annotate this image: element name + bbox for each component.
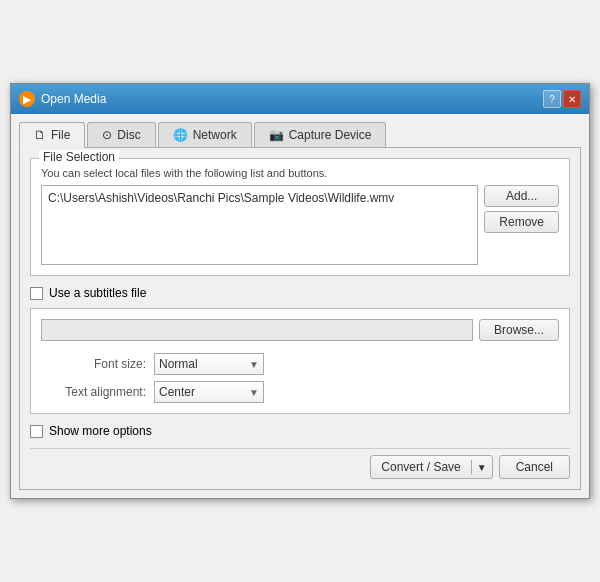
file-selection-group: File Selection You can select local file… [30,158,570,276]
network-tab-icon: 🌐 [173,128,188,142]
browse-button[interactable]: Browse... [479,319,559,341]
font-size-arrow-icon: ▼ [249,359,259,370]
tab-file[interactable]: 🗋 File [19,122,85,148]
font-size-value: Normal [159,357,198,371]
tab-capture-label: Capture Device [289,128,372,142]
open-media-window: ▶ Open Media ? ✕ 🗋 File ⊙ Disc 🌐 Network [10,83,590,499]
convert-save-label: Convert / Save [371,460,470,474]
text-align-row: Text alignment: Center ▼ [61,381,559,403]
subtitle-checkbox[interactable] [30,287,43,300]
cancel-button[interactable]: Cancel [499,455,570,479]
subtitle-file-input[interactable] [41,319,473,341]
remove-button[interactable]: Remove [484,211,559,233]
font-options: Font size: Normal ▼ Text alignment: Cent… [41,353,559,403]
tab-bar: 🗋 File ⊙ Disc 🌐 Network 📷 Capture Device [19,122,581,148]
tab-disc-label: Disc [117,128,140,142]
bottom-buttons: Convert / Save ▼ Cancel [30,448,570,479]
subtitle-checkbox-row: Use a subtitles file [30,286,570,300]
text-align-label: Text alignment: [61,385,146,399]
tab-network-label: Network [193,128,237,142]
tab-capture[interactable]: 📷 Capture Device [254,122,387,147]
subtitle-checkbox-label: Use a subtitles file [49,286,146,300]
show-more-label: Show more options [49,424,152,438]
show-more-row: Show more options [30,424,570,438]
list-item: C:\Users\Ashish\Videos\Ranchi Pics\Sampl… [46,190,473,206]
file-selection-description: You can select local files with the foll… [41,167,559,179]
close-button[interactable]: ✕ [563,90,581,108]
title-buttons: ? ✕ [543,90,581,108]
convert-save-button[interactable]: Convert / Save ▼ [370,455,492,479]
file-tab-icon: 🗋 [34,128,46,142]
file-list[interactable]: C:\Users\Ashish\Videos\Ranchi Pics\Sampl… [41,185,478,265]
text-align-value: Center [159,385,195,399]
font-size-label: Font size: [61,357,146,371]
subtitle-options-group: Browse... Font size: Normal ▼ Text align… [30,308,570,414]
tab-network[interactable]: 🌐 Network [158,122,252,147]
vlc-icon: ▶ [19,91,35,107]
disc-tab-icon: ⊙ [102,128,112,142]
convert-dropdown-arrow-icon[interactable]: ▼ [471,460,492,474]
tab-disc[interactable]: ⊙ Disc [87,122,155,147]
subtitle-file-row: Browse... [41,319,559,341]
window-body: 🗋 File ⊙ Disc 🌐 Network 📷 Capture Device… [11,114,589,498]
tab-file-label: File [51,128,70,142]
add-button[interactable]: Add... [484,185,559,207]
tab-content-area: File Selection You can select local file… [19,148,581,490]
text-align-arrow-icon: ▼ [249,387,259,398]
help-button[interactable]: ? [543,90,561,108]
title-bar-left: ▶ Open Media [19,91,106,107]
text-align-select[interactable]: Center ▼ [154,381,264,403]
file-action-buttons: Add... Remove [484,185,559,233]
font-size-select[interactable]: Normal ▼ [154,353,264,375]
file-selection-label: File Selection [39,150,119,164]
capture-tab-icon: 📷 [269,128,284,142]
window-title: Open Media [41,92,106,106]
show-more-checkbox[interactable] [30,425,43,438]
file-selection-row: C:\Users\Ashish\Videos\Ranchi Pics\Sampl… [41,185,559,265]
font-size-row: Font size: Normal ▼ [61,353,559,375]
title-bar: ▶ Open Media ? ✕ [11,84,589,114]
